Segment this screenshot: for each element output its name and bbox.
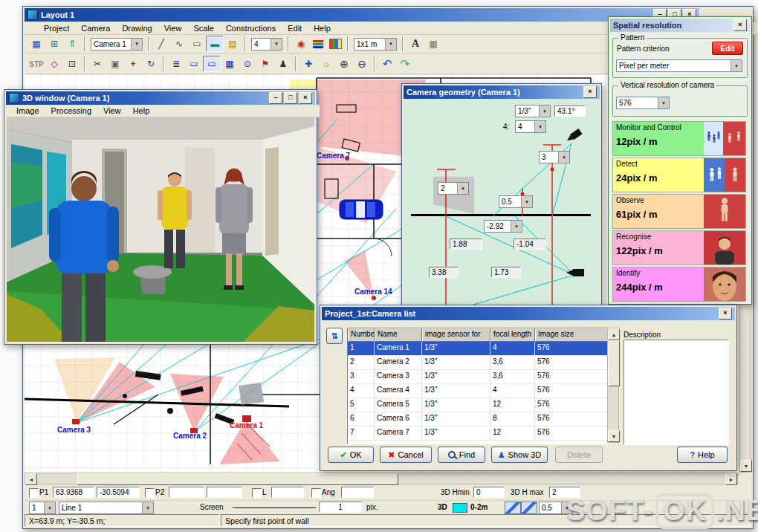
eraser-icon[interactable]: ◇ (45, 56, 63, 72)
col-number[interactable]: Number (348, 328, 375, 342)
height-combobox[interactable]: 3▼ (539, 151, 570, 163)
p1-checkbox[interactable] (29, 488, 39, 498)
dist-104-field[interactable]: -1.04 (514, 239, 546, 250)
p1-x-field[interactable]: 63.9368 (53, 487, 94, 498)
add-layout-icon[interactable]: ⊞ (45, 36, 63, 52)
redo-icon[interactable]: ↷ (396, 56, 414, 72)
geometry-diagram[interactable]: 1/3"▼ 43.1° 4: 4▼ 3▼ 2▼ 0.5▼ -2.92▼ 1.88… (404, 99, 600, 322)
select-tool-icon[interactable]: ⊡ (63, 56, 81, 72)
close-button[interactable]: × (299, 92, 312, 104)
chevron-down-icon[interactable]: ▼ (385, 39, 396, 50)
target-construction-icon[interactable]: ⊙ (239, 56, 256, 72)
dist-338-field[interactable]: 3.38 (429, 267, 459, 278)
menu-3d-view[interactable]: View (97, 106, 127, 116)
angle-field[interactable]: 43.1° (554, 106, 586, 117)
col-sensor[interactable]: image sensor for (422, 328, 490, 342)
edit-button[interactable]: Edit (712, 42, 743, 55)
menu-project[interactable]: Project (38, 23, 75, 33)
grid-toggle-icon[interactable]: ▦ (424, 36, 442, 52)
chevron-down-icon[interactable]: ▼ (521, 196, 532, 207)
light-icon[interactable]: ☼ (317, 56, 335, 72)
export-icon[interactable]: ⇑ (63, 36, 81, 52)
col-name[interactable]: Name (375, 328, 422, 342)
ok-button[interactable]: ✔ OK (328, 447, 374, 463)
table-row[interactable]: 4Camera 4 1/3"4 576 (348, 384, 608, 398)
vres-combobox[interactable]: 576▼ (616, 97, 670, 109)
help-button[interactable]: ? Help (677, 447, 728, 463)
plan-camera-label[interactable]: Camera 2 (173, 432, 207, 440)
ang-field[interactable] (341, 487, 374, 498)
half-height-combobox[interactable]: 0.5▼ (499, 195, 533, 208)
camera-table[interactable]: Number Name image sensor for focal lengt… (347, 328, 609, 444)
menu-drawing[interactable]: Drawing (116, 23, 158, 33)
zoom-out-icon[interactable]: ⊖ (353, 56, 371, 72)
polyline-tool-icon[interactable]: ∿ (170, 36, 188, 52)
wall-construction-icon[interactable]: ▭ (203, 56, 221, 72)
color-swatch[interactable] (453, 503, 467, 513)
menu-view[interactable]: View (158, 23, 188, 33)
hmin-field[interactable]: 0 (473, 487, 505, 498)
rect-construction-icon[interactable]: ▭ (185, 56, 203, 72)
chevron-down-icon[interactable]: ▼ (731, 60, 742, 71)
table-row[interactable]: 5Camera 5 1/3"12 576 (348, 398, 608, 412)
3d-scene[interactable] (7, 117, 314, 342)
close-icon[interactable]: × (583, 86, 597, 98)
plan-camera-label[interactable]: Camera 3 (57, 426, 91, 434)
text-tool-icon[interactable]: A (406, 36, 424, 52)
columns-construction-icon[interactable]: ≣ (167, 56, 185, 72)
chevron-down-icon[interactable]: ▼ (658, 97, 669, 108)
menu-help[interactable]: Help (308, 23, 337, 33)
zoom-in-icon[interactable]: ⊕ (335, 56, 353, 72)
chevron-down-icon[interactable]: ▼ (539, 106, 550, 117)
menu-camera[interactable]: Camera (75, 23, 116, 33)
criterion-combobox[interactable]: Pixel per meter▼ (616, 59, 742, 72)
camera-combobox[interactable]: Camera 1 ▼ (91, 38, 143, 51)
cancel-button[interactable]: ✖ Cancel (380, 447, 432, 463)
fill-style-button[interactable] (505, 502, 521, 514)
table-row[interactable]: 2Camera 2 1/3"3,6 576 (348, 356, 608, 370)
distance-combobox[interactable]: 2▼ (438, 182, 469, 195)
maximize-button[interactable]: □ (284, 92, 297, 104)
menu-processing[interactable]: Processing (45, 106, 97, 116)
undo-icon[interactable]: ↶ (378, 56, 396, 72)
menu-scale[interactable]: Scale (187, 23, 220, 33)
p2-x-field[interactable] (169, 487, 204, 498)
layout-icon[interactable]: ▦ (27, 36, 45, 52)
below-level-combobox[interactable]: -2.92▼ (484, 220, 522, 233)
person-construction-icon[interactable]: ♟ (274, 56, 292, 72)
horizontal-scrollbar[interactable]: ◄ ► (25, 473, 738, 484)
scroll-down-icon[interactable]: ▼ (608, 430, 620, 442)
l-field[interactable] (271, 487, 304, 498)
copy-icon[interactable]: ▣ (106, 56, 124, 72)
aspect-combobox[interactable]: 4 ▼ (251, 38, 282, 51)
chevron-down-icon[interactable]: ▼ (534, 121, 545, 132)
rect-tool-icon[interactable]: ▭ (188, 36, 206, 52)
plan-camera-label[interactable]: Camera 1 (230, 421, 263, 429)
resolution-row-identify[interactable]: Identify 244pix / m (612, 267, 746, 302)
table-row[interactable]: 3Camera 3 1/3"3,6 576 (348, 370, 608, 384)
p2-y-field[interactable] (207, 487, 242, 498)
table-row[interactable]: 7Camera 7 1/3"12 576 (348, 426, 608, 441)
menu-constructions[interactable]: Constructions (220, 23, 282, 33)
chevron-down-icon[interactable]: ▼ (457, 183, 468, 194)
col-focal[interactable]: focal length (490, 328, 535, 342)
dist-173-field[interactable]: 1.73 (491, 267, 521, 278)
camera-view-icon[interactable]: ◉ (292, 36, 310, 52)
chevron-down-icon[interactable]: ▼ (131, 39, 142, 50)
p1-y-field[interactable]: -30.5094 (97, 487, 140, 498)
hatch-tool-icon[interactable]: ▤ (224, 36, 242, 52)
line-width-field[interactable]: 1 (319, 502, 362, 513)
plan-camera-label[interactable]: Camera 14 (354, 288, 392, 296)
resolution-row-detect[interactable]: Detect 24pix / m (612, 158, 746, 192)
table-row[interactable]: 1Camera 1 1/3"4 576 (348, 342, 608, 356)
chevron-down-icon[interactable]: ▼ (558, 152, 569, 163)
scroll-down-icon[interactable]: ▼ (740, 460, 752, 472)
palette-icon[interactable] (310, 36, 326, 51)
grid-size-combobox[interactable]: 1x1 m ▼ (354, 38, 397, 51)
line-tool-icon[interactable]: ╱ (152, 36, 170, 52)
p2-checkbox[interactable] (145, 488, 155, 498)
rotate-icon[interactable]: ↻ (142, 56, 160, 72)
menu-edit[interactable]: Edit (282, 23, 308, 33)
move-icon[interactable]: + (124, 56, 142, 72)
sensor-format-combobox[interactable]: 1/3"▼ (515, 105, 551, 117)
